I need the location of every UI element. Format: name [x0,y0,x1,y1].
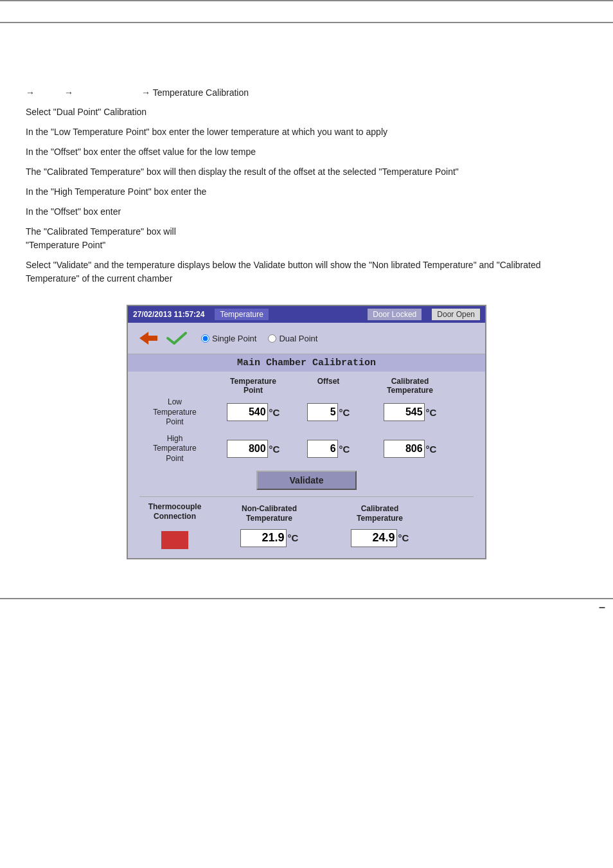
icons-radio-row: Single Point Dual Point [128,323,485,354]
breadcrumb: → → → Temperature Calibration [26,87,587,98]
cal-temp-input[interactable]: 24.9 [351,529,397,547]
high-temp-point-input[interactable]: 800 [227,440,268,458]
low-calibrated-unit: °C [426,407,437,418]
high-temp-row: High Temperature Point 800 °C 6 °C 806 °… [139,434,474,464]
low-offset-box: 5 °C [296,403,360,421]
cal-temp-unit: °C [398,532,409,543]
instruction-8: Select "Validate" and the temperature di… [26,258,587,285]
high-temp-point-unit: °C [269,444,280,455]
cal-temp-box: 24.9 °C [328,529,431,547]
dual-point-label: Dual Point [279,334,317,343]
single-point-radio[interactable] [201,334,209,343]
low-temp-point-box: 540 °C [211,403,295,421]
instruction-3: In the "Offset" box enter the offset val… [26,145,587,159]
instruction-1: Select "Dual Point" Calibration [26,105,587,119]
dual-point-radio[interactable] [268,334,276,343]
back-button[interactable] [134,327,163,350]
non-cal-temp-col: Non-Calibrated Temperature 21.9 °C [211,504,327,547]
single-point-label: Single Point [212,334,256,343]
instruction-2: In the "Low Temperature Point" box enter… [26,125,587,139]
divider [139,496,474,497]
low-temp-row: Low Temperature Point 540 °C 5 °C 545 °C [139,397,474,428]
grid-header-row: Temperature Point Offset Calibrated Temp… [139,377,474,395]
high-temp-label: High Temperature Point [139,434,210,464]
cal-temp-col: Calibrated Temperature 24.9 °C [328,504,431,547]
dual-point-radio-label[interactable]: Dual Point [268,334,317,343]
low-calibrated-input[interactable]: 545 [384,403,425,421]
instruction-5: In the "High Temperature Point" box ente… [26,185,587,199]
low-calibrated-box: 545 °C [362,403,458,421]
checkmark-icon [165,329,188,347]
non-cal-temp-unit: °C [288,532,299,543]
door-locked-label: Door Locked [368,309,422,320]
panel-title: Main Chamber Calibration [128,354,485,372]
timestamp: 27/02/2013 11:57:24 [133,310,204,319]
instruction-6: In the "Offset" box enter [26,205,587,219]
single-point-radio-label[interactable]: Single Point [201,334,256,343]
low-offset-unit: °C [339,407,350,418]
breadcrumb-temp-cal: → Temperature Calibration [141,87,249,98]
validate-button[interactable]: Validate [256,471,357,490]
high-offset-box: 6 °C [296,440,360,458]
check-button[interactable] [163,327,191,350]
header-col-3: Calibrated Temperature [362,377,458,395]
breadcrumb-arrow2: → [64,87,73,98]
back-arrow-icon [137,329,160,347]
calibration-grid: Temperature Point Offset Calibrated Temp… [128,377,485,464]
header-col-2: Offset [296,377,360,395]
header-col-1: Temperature Point [211,377,295,395]
high-offset-unit: °C [339,444,350,455]
door-open-label: Door Open [432,309,480,320]
header-col-0 [139,377,210,395]
bottom-grid: Thermocouple Connection Non-Calibrated T… [128,502,485,549]
low-temp-label: Low Temperature Point [139,397,210,428]
low-temp-point-input[interactable]: 540 [227,403,268,421]
thermocouple-col: Thermocouple Connection [139,502,210,549]
breadcrumb-arrow1: → [26,87,35,98]
radio-group: Single Point Dual Point [201,334,317,343]
high-calibrated-unit: °C [426,444,437,455]
thermocouple-header: Thermocouple Connection [139,502,210,522]
high-temp-point-box: 800 °C [211,440,295,458]
bottom-bar: – [0,598,613,616]
cal-temp-header: Calibrated Temperature [328,504,431,524]
instruction-4: The "Calibrated Temperature" box will th… [26,165,587,179]
calibration-panel: 27/02/2013 11:57:24 Temperature Door Loc… [127,305,486,559]
minimize-button[interactable]: – [599,601,605,614]
high-calibrated-box: 806 °C [362,440,458,458]
top-bar [0,0,613,23]
content-area: → → → Temperature Calibration Select "Du… [0,23,613,585]
low-temp-point-unit: °C [269,407,280,418]
non-cal-temp-box: 21.9 °C [211,529,327,547]
temperature-label: Temperature [215,309,268,320]
svg-rect-1 [146,336,157,341]
panel-header: 27/02/2013 11:57:24 Temperature Door Loc… [128,306,485,323]
thermocouple-icon [161,531,188,549]
instruction-7: The "Calibrated Temperature" box will "T… [26,225,587,252]
low-offset-input[interactable]: 5 [307,403,338,421]
non-cal-temp-header: Non-Calibrated Temperature [211,504,327,524]
high-offset-input[interactable]: 6 [307,440,338,458]
non-cal-temp-input[interactable]: 21.9 [240,529,287,547]
high-calibrated-input[interactable]: 806 [384,440,425,458]
